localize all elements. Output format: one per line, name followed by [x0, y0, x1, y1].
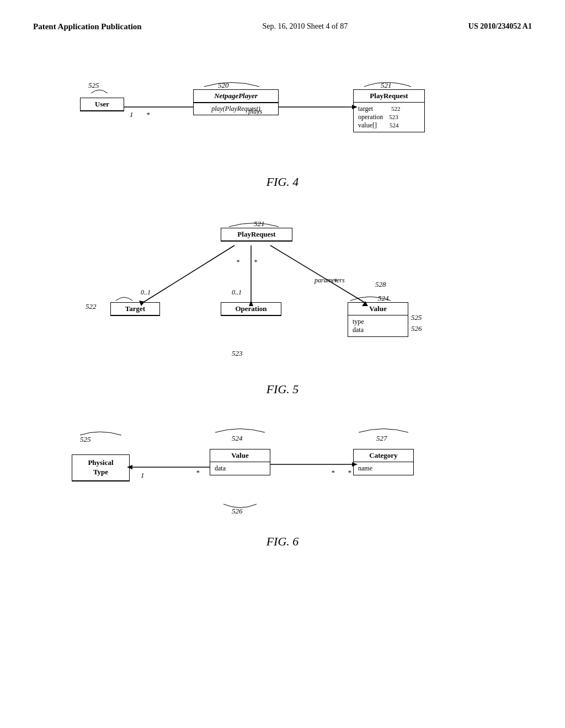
- fig4-playreq-header: PlayRequest: [354, 90, 424, 103]
- fig6-value-body: data: [210, 462, 270, 475]
- fig4-diagram: 525 520 521 User NetpagePlayer play(Play…: [33, 53, 532, 164]
- mult-star-b-fig5: *: [254, 258, 257, 266]
- fig4-playreq-box: PlayRequest target 522 operation 523 val…: [353, 89, 425, 132]
- fig5-type-item: type: [353, 318, 403, 326]
- fig5-section: 521 522 523 524 525 526 528 PlayRequest …: [33, 217, 532, 397]
- ann-527-fig6: 527: [376, 434, 387, 443]
- mult-01a-fig5: 0..1: [141, 288, 151, 297]
- fig5-value-body: type data: [348, 315, 408, 336]
- header-center: Sep. 16, 2010 Sheet 4 of 87: [262, 22, 348, 31]
- ann-523-fig5: 523: [232, 349, 243, 358]
- fig4-item-value: value[] 524: [358, 121, 420, 130]
- ann-524-fig5: 524: [378, 294, 389, 303]
- fig6-category-header: Category: [354, 449, 413, 462]
- fig6-category-box: Category name: [353, 449, 414, 475]
- fig4-section: 525 520 521 User NetpagePlayer play(Play…: [33, 53, 532, 189]
- phystype-line2: Type: [93, 468, 108, 476]
- fig4-netpage-method: play(PlayRequest): [194, 103, 278, 115]
- fig5-value-box: Value type data: [348, 302, 408, 337]
- fig5-diagram: 521 522 523 524 525 526 528 PlayRequest …: [33, 217, 532, 371]
- ann-1-fig4: 1: [130, 110, 134, 119]
- svg-line-3: [143, 245, 234, 302]
- ann-star-fig6c: *: [348, 468, 351, 477]
- fig6-data-item: data: [215, 464, 265, 473]
- fig6-name-item: name: [358, 464, 409, 473]
- parameters-label-fig5: parameters: [315, 276, 345, 285]
- ann-521-fig4: 521: [381, 81, 392, 90]
- fig6-section: 525 524 527 526 Physical Type Value data: [33, 424, 532, 549]
- fig5-target-box: Target: [110, 302, 160, 316]
- ann-528-fig5: 528: [375, 280, 386, 289]
- ann-star-fig4: *: [146, 110, 150, 119]
- fig4-netpage-header: NetpagePlayer: [194, 90, 278, 103]
- fig6-diagram: 525 524 527 526 Physical Type Value data: [33, 424, 532, 523]
- mult-01b-fig5: 0..1: [232, 288, 242, 297]
- fig4-netpage-box: NetpagePlayer play(PlayRequest): [193, 89, 279, 115]
- fig5-operation-header: Operation: [221, 303, 281, 315]
- page: Patent Application Publication Sep. 16, …: [0, 0, 565, 728]
- fig5-value-header: Value: [348, 303, 408, 315]
- header-left: Patent Application Publication: [33, 22, 142, 31]
- ann-522-fig5: 522: [86, 302, 97, 311]
- fig5-data-item: data: [353, 326, 403, 334]
- fig4-item-target: target 522: [358, 105, 420, 113]
- fig4-user-header: User: [81, 98, 124, 111]
- mult-star-a-fig5: *: [236, 258, 239, 266]
- fig5-label: FIG. 5: [33, 382, 532, 397]
- ann-524-fig4: 524: [390, 122, 399, 129]
- fig5-playreq-header: PlayRequest: [221, 228, 292, 241]
- fig6-label: FIG. 6: [33, 534, 532, 549]
- ann-1-fig6: 1: [141, 471, 145, 480]
- fig4-playreq-body: target 522 operation 523 value[] 524: [354, 103, 424, 132]
- ann-plays-fig4: plays: [248, 108, 262, 116]
- ann-star-fig6a: *: [196, 468, 200, 477]
- svg-line-7: [270, 245, 364, 302]
- fig4-user-box: User: [80, 98, 124, 111]
- ann-521-fig5: 521: [254, 220, 265, 228]
- ann-525-fig6: 525: [80, 435, 91, 444]
- ann-524-fig6: 524: [232, 434, 243, 443]
- ann-526-fig6: 526: [232, 507, 243, 516]
- header: Patent Application Publication Sep. 16, …: [33, 22, 532, 31]
- ann-star-fig6b: *: [331, 468, 335, 477]
- ann-525: 525: [88, 81, 99, 90]
- ann-526-fig5: 526: [411, 324, 422, 333]
- fig6-phystype-box: Physical Type: [72, 454, 130, 481]
- ann-523-fig4: 523: [389, 114, 398, 120]
- fig6-phystype-header: Physical Type: [72, 455, 129, 481]
- fig5-target-header: Target: [111, 303, 159, 315]
- header-right: US 2010/234052 A1: [468, 22, 532, 31]
- fig5-playreq-box: PlayRequest: [221, 228, 292, 242]
- ann-520: 520: [218, 81, 229, 90]
- fig6-value-header: Value: [210, 449, 270, 462]
- fig5-operation-box: Operation: [221, 302, 281, 316]
- ann-525-fig5: 525: [411, 313, 422, 322]
- fig6-value-box: Value data: [210, 449, 270, 475]
- fig6-category-body: name: [354, 462, 413, 475]
- fig4-item-operation: operation 523: [358, 113, 420, 121]
- fig4-label: FIG. 4: [33, 175, 532, 189]
- phystype-line1: Physical: [88, 458, 113, 467]
- ann-522-fig4: 522: [391, 105, 401, 112]
